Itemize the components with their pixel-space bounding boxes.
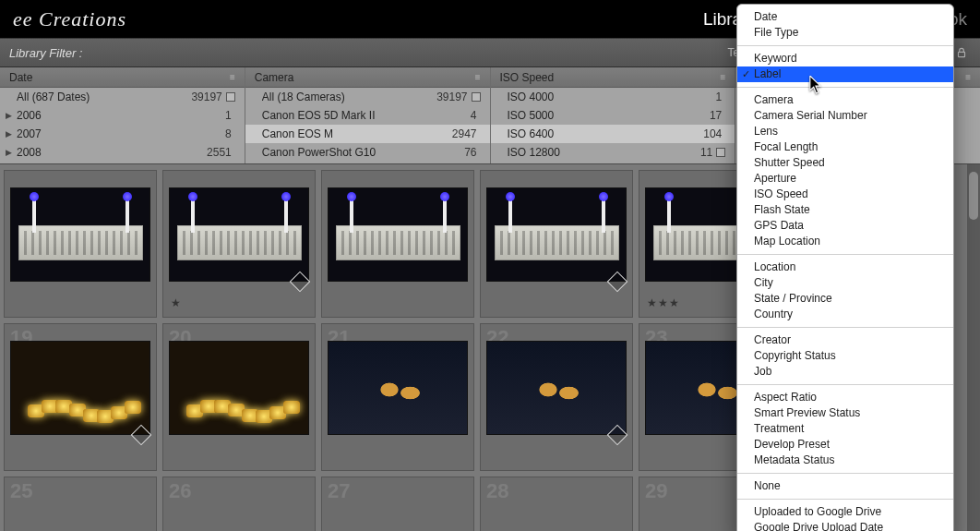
- dropdown-item-gps-data[interactable]: GPS Data: [737, 218, 953, 234]
- dropdown-item-label: State / Province: [754, 292, 832, 305]
- dropdown-item-aspect-ratio[interactable]: Aspect Ratio: [737, 390, 953, 405]
- thumbnail-cell[interactable]: ★: [162, 170, 316, 318]
- row-count: 4: [471, 109, 477, 122]
- thumbnail-cell[interactable]: 28: [480, 477, 633, 531]
- dropdown-item-job[interactable]: Job: [737, 364, 953, 380]
- dropdown-item-aperture[interactable]: Aperture: [737, 171, 953, 187]
- column-header[interactable]: Date≡: [0, 67, 245, 88]
- dropdown-item-keyword[interactable]: Keyword: [737, 51, 953, 66]
- dropdown-item-none[interactable]: None: [737, 478, 953, 494]
- dropdown-item-flash-state[interactable]: Flash State: [737, 202, 953, 218]
- dropdown-item-date[interactable]: Date: [737, 9, 953, 25]
- filter-row[interactable]: ISO 500017: [491, 106, 735, 125]
- row-label: Canon EOS 5D Mark II: [262, 109, 471, 122]
- svg-rect-0: [959, 52, 965, 56]
- dropdown-item-iso-speed[interactable]: ISO Speed: [737, 187, 953, 202]
- row-count: 76: [464, 146, 476, 159]
- row-count: 17: [710, 109, 722, 122]
- column-header-label: Date: [9, 71, 32, 84]
- filter-row[interactable]: All (18 Cameras)39197: [245, 88, 490, 106]
- dropdown-separator: [737, 254, 953, 255]
- dropdown-item-label[interactable]: ✓Label: [737, 66, 953, 82]
- dropdown-item-map-location[interactable]: Map Location: [737, 234, 953, 249]
- filter-row[interactable]: Canon EOS M2947: [245, 125, 490, 143]
- column-sort-icon[interactable]: ≡: [720, 72, 725, 82]
- rating-stars[interactable]: ★: [171, 296, 182, 309]
- thumbnail-image[interactable]: [10, 341, 150, 435]
- disclosure-triangle-icon[interactable]: ▶: [6, 111, 12, 120]
- filter-row[interactable]: All (687 Dates)39197: [0, 88, 245, 106]
- dropdown-item-creator[interactable]: Creator: [737, 332, 953, 348]
- thumbnail-cell[interactable]: 20: [162, 323, 316, 471]
- dropdown-item-google-drive-upload-date[interactable]: Google Drive Upload Date: [737, 520, 953, 531]
- disclosure-triangle-icon[interactable]: ▶: [6, 129, 12, 139]
- column-header[interactable]: Camera≡: [245, 67, 490, 88]
- dropdown-item-file-type[interactable]: File Type: [737, 25, 953, 41]
- thumbnail-cell[interactable]: [4, 170, 157, 318]
- scrollbar-thumb[interactable]: [969, 172, 978, 220]
- row-label: ISO 5000: [508, 109, 710, 122]
- dropdown-item-camera-serial-number[interactable]: Camera Serial Number: [737, 108, 953, 124]
- dropdown-item-label: Smart Preview Status: [754, 406, 860, 419]
- cell-index: 29: [645, 479, 667, 503]
- row-checkbox[interactable]: [472, 92, 481, 102]
- dropdown-item-develop-preset[interactable]: Develop Preset: [737, 437, 953, 453]
- grid-scrollbar[interactable]: [967, 164, 980, 531]
- filter-row[interactable]: ▶20061: [0, 106, 245, 125]
- dropdown-item-state-province[interactable]: State / Province: [737, 291, 953, 307]
- thumbnail-image[interactable]: [169, 341, 309, 435]
- thumbnail-cell[interactable]: 25: [4, 477, 157, 531]
- row-checkbox[interactable]: [226, 92, 235, 102]
- row-checkbox[interactable]: [716, 148, 725, 157]
- row-count: 39197: [436, 91, 467, 103]
- filter-row[interactable]: Canon PowerShot G1076: [245, 143, 490, 162]
- dropdown-item-treatment[interactable]: Treatment: [737, 421, 953, 437]
- column-criteria-dropdown[interactable]: DateFile TypeKeyword✓LabelCameraCamera S…: [736, 4, 954, 531]
- thumbnail-cell[interactable]: 19: [4, 323, 157, 471]
- dropdown-item-focal-length[interactable]: Focal Length: [737, 139, 953, 155]
- column-sort-icon[interactable]: ≡: [965, 72, 971, 82]
- filter-row[interactable]: Canon EOS 5D Mark II4: [245, 106, 490, 125]
- thumbnail-cell[interactable]: [321, 170, 474, 318]
- thumbnail-image[interactable]: [10, 187, 150, 282]
- dropdown-item-copyright-status[interactable]: Copyright Status: [737, 348, 953, 364]
- dropdown-item-country[interactable]: Country: [737, 307, 953, 322]
- row-label: ISO 12800: [508, 146, 700, 159]
- dropdown-item-city[interactable]: City: [737, 275, 953, 291]
- thumbnail-image[interactable]: [328, 187, 468, 282]
- dropdown-item-metadata-status[interactable]: Metadata Status: [737, 453, 953, 468]
- thumbnail-cell[interactable]: 22: [480, 323, 633, 471]
- thumbnail-image[interactable]: [169, 187, 309, 282]
- thumbnail-cell[interactable]: 27: [321, 477, 474, 531]
- thumbnail-cell[interactable]: 21: [321, 323, 474, 471]
- thumbnail-image[interactable]: [328, 341, 468, 435]
- dropdown-item-label: Job: [754, 365, 771, 378]
- column-sort-icon[interactable]: ≡: [475, 72, 481, 82]
- column-sort-icon[interactable]: ≡: [230, 72, 235, 82]
- column-body: ISO 40001ISO 500017ISO 6400104ISO 128001…: [491, 88, 735, 163]
- row-count: 1: [716, 91, 723, 103]
- filter-row[interactable]: ISO 40001: [491, 88, 735, 106]
- dropdown-item-label: Country: [754, 308, 793, 320]
- dropdown-item-location[interactable]: Location: [737, 259, 953, 275]
- thumbnail-cell[interactable]: [480, 170, 633, 318]
- dropdown-item-uploaded-to-google-drive[interactable]: Uploaded to Google Drive: [737, 504, 953, 520]
- lock-icon[interactable]: [952, 43, 971, 62]
- filter-row[interactable]: ▶20082551: [0, 143, 245, 162]
- dropdown-item-smart-preview-status[interactable]: Smart Preview Status: [737, 405, 953, 421]
- thumbnail-image[interactable]: [486, 187, 627, 282]
- thumbnail-image[interactable]: [486, 341, 627, 435]
- row-label: All (687 Dates): [17, 91, 191, 103]
- filter-row[interactable]: ISO 1280011: [491, 143, 735, 162]
- row-label: 2008: [17, 146, 207, 159]
- dropdown-item-lens[interactable]: Lens: [737, 124, 953, 139]
- filter-row[interactable]: ▶20078: [0, 125, 245, 143]
- rating-stars[interactable]: ★★★: [647, 296, 680, 309]
- dropdown-item-camera[interactable]: Camera: [737, 92, 953, 108]
- dropdown-item-label: Focal Length: [754, 140, 818, 153]
- column-header[interactable]: ISO Speed≡: [491, 67, 735, 88]
- disclosure-triangle-icon[interactable]: ▶: [6, 148, 12, 157]
- thumbnail-cell[interactable]: 26: [162, 477, 316, 531]
- filter-row[interactable]: ISO 6400104: [491, 125, 735, 143]
- dropdown-item-shutter-speed[interactable]: Shutter Speed: [737, 155, 953, 171]
